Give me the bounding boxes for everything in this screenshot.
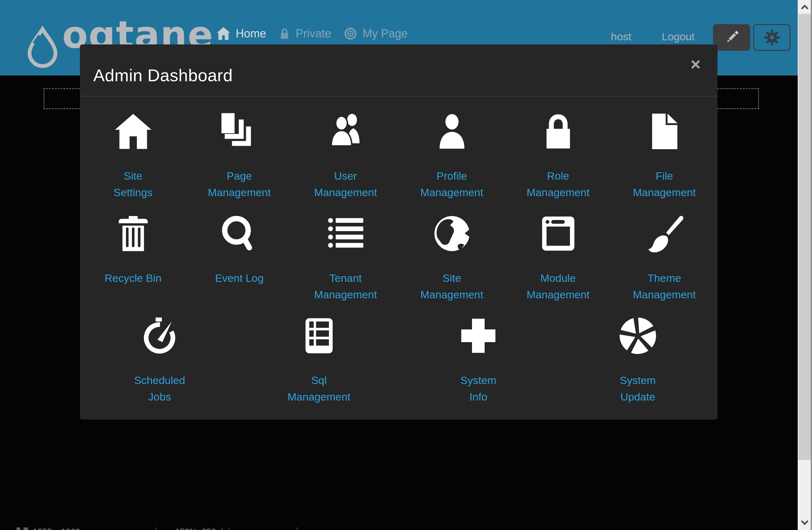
admin-tile-grid-row3: ScheduledJobs SqlManagement <box>80 301 717 403</box>
vertical-scrollbar[interactable] <box>798 0 812 530</box>
brush-icon <box>646 215 683 252</box>
close-icon <box>691 60 700 69</box>
tile-label: SiteManagement <box>399 270 505 303</box>
settings-button[interactable] <box>753 24 791 51</box>
admin-tile-grid: SiteSettings PageManagement <box>80 97 717 301</box>
tile-system-info[interactable]: SystemInfo <box>399 301 558 403</box>
scroll-up-button[interactable] <box>798 0 811 14</box>
tile-site-management[interactable]: SiteManagement <box>399 199 505 301</box>
tile-label: TenantManagement <box>292 270 399 303</box>
tile-scheduled-jobs[interactable]: ScheduledJobs <box>80 301 240 403</box>
status-divider <box>156 528 156 530</box>
logout-link[interactable]: Logout <box>662 30 695 43</box>
tile-label: SqlManagement <box>240 372 399 405</box>
people-icon <box>327 113 364 150</box>
tile-system-update[interactable]: SystemUpdate <box>558 301 718 403</box>
home-icon <box>217 27 230 40</box>
admin-dashboard-modal: Admin Dashboard SiteSettings <box>80 44 717 419</box>
status-dimensions-text: 1555 x 1068px <box>33 527 89 530</box>
tile-label: PageManagement <box>186 168 292 201</box>
tile-module-management[interactable]: ModuleManagement <box>505 199 611 301</box>
tile-profile-management[interactable]: ProfileManagement <box>399 97 505 199</box>
close-button[interactable] <box>687 56 704 73</box>
tile-file-management[interactable]: FileManagement <box>611 97 717 199</box>
tile-site-settings[interactable]: SiteSettings <box>80 97 186 199</box>
tile-label: UserManagement <box>292 168 399 201</box>
tile-label: RoleManagement <box>505 168 611 201</box>
tile-theme-management[interactable]: ThemeManagement <box>611 199 717 301</box>
status-fragment <box>24 528 28 530</box>
nav-label: My Page <box>363 27 408 40</box>
username-link[interactable]: host <box>611 30 631 43</box>
nav-label: Private <box>295 27 331 40</box>
tile-sql-management[interactable]: SqlManagement <box>240 301 399 403</box>
globe-icon <box>433 215 471 252</box>
nav-item-my-page[interactable]: My Page <box>344 27 408 40</box>
main-nav: Home Private <box>217 27 420 40</box>
pencil-icon <box>724 29 740 45</box>
tile-event-log[interactable]: Event Log <box>186 199 292 301</box>
modal-body: SiteSettings PageManagement <box>80 97 717 403</box>
file-icon <box>646 113 683 150</box>
status-fragment <box>16 528 20 530</box>
droplet-logo-icon <box>25 19 60 76</box>
modal-title: Admin Dashboard <box>93 66 233 85</box>
page: oqtane Home Private <box>0 0 812 530</box>
edit-mode-button[interactable] <box>713 24 750 51</box>
spreadsheet-icon <box>300 317 338 355</box>
nav-item-home[interactable]: Home <box>217 27 266 40</box>
tile-label: SiteSettings <box>80 168 186 201</box>
home-icon <box>115 113 152 150</box>
timer-icon <box>141 317 178 355</box>
tile-role-management[interactable]: RoleManagement <box>505 97 611 199</box>
tile-user-management[interactable]: UserManagement <box>292 97 399 199</box>
chevron-up-icon <box>801 5 809 10</box>
tile-label: ScheduledJobs <box>80 372 240 405</box>
modal-header: Admin Dashboard <box>80 44 717 97</box>
lock-icon <box>279 27 290 40</box>
tile-tenant-management[interactable]: TenantManagement <box>292 199 399 301</box>
tile-label: Recycle Bin <box>80 270 186 286</box>
target-icon <box>344 27 357 40</box>
tile-label: SystemUpdate <box>558 372 718 405</box>
scrollbar-thumb[interactable] <box>798 14 811 460</box>
lock-icon <box>539 113 577 150</box>
browser-icon <box>539 215 577 252</box>
gear-icon <box>764 29 781 46</box>
medical-cross-icon <box>460 317 497 355</box>
layers-icon <box>221 113 258 150</box>
tile-label: Event Log <box>186 270 292 286</box>
trash-icon <box>115 215 152 252</box>
status-divider <box>296 528 298 530</box>
tile-label: ProfileManagement <box>399 168 505 201</box>
chevron-down-icon <box>801 520 809 525</box>
nav-item-private[interactable]: Private <box>279 27 331 40</box>
status-zoom-text: 150% 350 dpi <box>175 527 230 530</box>
tile-recycle-bin[interactable]: Recycle Bin <box>80 199 186 301</box>
magnifier-icon <box>221 215 258 252</box>
tile-label: SystemInfo <box>399 372 558 405</box>
scroll-down-button[interactable] <box>798 515 811 530</box>
aperture-icon <box>619 317 656 355</box>
status-bar-clipped: 1555 x 1068px 150% 350 dpi <box>0 527 798 530</box>
person-icon <box>433 113 471 150</box>
tile-label: ThemeManagement <box>611 270 717 303</box>
tile-label: FileManagement <box>611 168 717 201</box>
tile-label: ModuleManagement <box>505 270 611 303</box>
tile-page-management[interactable]: PageManagement <box>186 97 292 199</box>
list-icon <box>327 215 364 252</box>
nav-label: Home <box>236 27 266 40</box>
